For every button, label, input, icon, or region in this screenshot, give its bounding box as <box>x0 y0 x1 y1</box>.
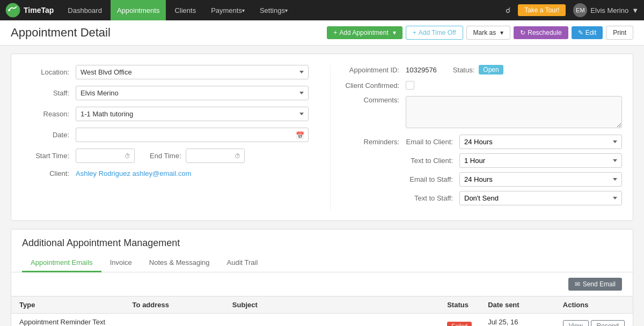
email-table-wrap: Type To address Subject Status Date sent… <box>11 296 633 326</box>
brand-logo[interactable]: TimeTap <box>5 3 54 18</box>
staff-select[interactable]: Elvis Merino <box>76 86 309 100</box>
management-title: Additional Appointment Management <box>22 238 180 249</box>
reminders-title-row: Reminders: Email to Client: 24 Hours <box>341 135 622 149</box>
client-confirmed-label: Client Confirmed: <box>341 82 406 90</box>
tabs-row: Appointment Emails Invoice Notes & Messa… <box>11 254 633 272</box>
col-subject: Subject <box>224 297 439 314</box>
nav-dashboard[interactable]: Dashboard <box>61 0 108 20</box>
client-name-link[interactable]: Ashley Rodriguez <box>76 169 130 177</box>
reschedule-label: Reschedule <box>528 29 561 36</box>
col-to-address: To address <box>125 297 224 314</box>
location-select[interactable]: West Blvd Office <box>76 65 309 79</box>
reschedule-icon: ↻ <box>520 29 525 36</box>
email-to-client-label: Email to Client: <box>406 138 459 146</box>
text-to-staff-row: Text to Staff: Don't Send <box>341 191 622 205</box>
appointment-id-value: 10329576 <box>406 66 437 74</box>
end-time-label: End Time: <box>145 152 186 160</box>
action-buttons: View Resend <box>563 320 625 326</box>
text-to-staff-label: Text to Staff: <box>406 194 459 202</box>
reason-select[interactable]: 1-1 Math tutoring <box>76 107 309 121</box>
svg-point-1 <box>8 9 10 11</box>
start-time-label: Start Time: <box>22 152 76 160</box>
staff-row: Staff: Elvis Merino <box>22 86 309 100</box>
mark-as-button[interactable]: Mark as <box>466 26 511 40</box>
client-confirmed-row: Client Confirmed: <box>341 81 622 90</box>
start-time-icon: ⏱ <box>125 153 130 159</box>
tab-invoice[interactable]: Invoice <box>101 254 141 272</box>
nav-clients[interactable]: Clients <box>168 0 202 20</box>
add-time-off-label: Add Time Off <box>419 29 456 36</box>
client-row: Client: Ashley Rodriguez ashley@email.co… <box>22 169 309 177</box>
page-header: Appointment Detail + Add Appointment + A… <box>0 20 644 46</box>
search-icon[interactable]: ☌ <box>506 6 510 14</box>
text-to-staff-select[interactable]: Don't Send <box>459 191 622 205</box>
send-email-label: Send Email <box>583 280 616 288</box>
appointment-detail-card: Location: West Blvd Office Staff: Elvis … <box>11 54 633 221</box>
email-table: Type To address Subject Status Date sent… <box>11 296 633 326</box>
email-to-staff-label: Email to Staff: <box>406 175 459 183</box>
nav-settings[interactable]: Settings <box>253 0 294 20</box>
col-actions: Actions <box>555 297 633 314</box>
tab-appointment-emails[interactable]: Appointment Emails <box>22 254 101 272</box>
appointment-id-label: Appointment ID: <box>341 66 406 74</box>
resend-button[interactable]: Resend <box>591 320 625 326</box>
management-header: Additional Appointment Management <box>11 229 633 249</box>
comments-label: Comments: <box>341 96 406 104</box>
comments-textarea[interactable] <box>406 96 622 128</box>
date-label: Date: <box>22 131 76 139</box>
cell-to-address <box>125 314 224 327</box>
plus-icon-2: + <box>413 29 416 36</box>
tour-button[interactable]: Take a Tour! <box>518 4 566 16</box>
end-time-icon: ⏱ <box>235 153 240 159</box>
reschedule-button[interactable]: ↻ Reschedule <box>514 26 568 39</box>
col-type: Type <box>11 297 125 314</box>
add-appointment-button[interactable]: + Add Appointment <box>327 26 402 39</box>
svg-point-0 <box>6 3 20 17</box>
date-input[interactable]: 7/25/16 <box>76 128 309 142</box>
management-toolbar: ✉ Send Email <box>11 272 633 296</box>
staff-label: Staff: <box>22 89 76 97</box>
main-content: Location: West Blvd Office Staff: Elvis … <box>0 46 644 326</box>
email-to-staff-select[interactable]: 24 Hours <box>459 172 622 187</box>
left-form: Location: West Blvd Office Staff: Elvis … <box>22 65 314 210</box>
email-to-client-select[interactable]: 24 Hours <box>459 135 622 149</box>
nav-appointments[interactable]: Appointments <box>111 0 166 20</box>
start-time-wrap: 01:00 PM ⏱ <box>76 149 135 163</box>
edit-label: Edit <box>586 29 597 36</box>
location-label: Location: <box>22 68 76 76</box>
status-label: Status: <box>453 66 474 74</box>
nav-payments[interactable]: Payments <box>204 0 251 20</box>
client-confirmed-checkbox[interactable] <box>406 81 414 90</box>
management-card: Additional Appointment Management Appoin… <box>11 229 633 326</box>
brand-name: TimeTap <box>24 6 54 14</box>
edit-button[interactable]: ✎ Edit <box>572 26 603 39</box>
user-menu[interactable]: EM Elvis Merino ▼ <box>573 3 639 17</box>
cell-type: Appointment Reminder Text Messsage <box>11 314 125 327</box>
user-name: Elvis Merino <box>590 6 628 14</box>
user-arrow-icon: ▼ <box>632 6 639 14</box>
print-button[interactable]: Print <box>606 26 633 40</box>
plus-icon: + <box>333 29 337 36</box>
cell-status: Failed <box>439 314 480 327</box>
tab-notes-messaging[interactable]: Notes & Messaging <box>141 254 218 272</box>
reason-label: Reason: <box>22 110 76 118</box>
time-row: Start Time: 01:00 PM ⏱ End Time: 02:15 P… <box>22 149 309 163</box>
reminders-title-label: Reminders: <box>341 138 406 146</box>
add-time-off-button[interactable]: + Add Time Off <box>406 26 463 40</box>
mark-as-label: Mark as <box>473 29 496 36</box>
avatar: EM <box>573 3 587 17</box>
calendar-icon: 📅 <box>296 131 304 139</box>
tab-audit-trail[interactable]: Audit Trail <box>218 254 267 272</box>
right-section: Appointment ID: 10329576 Status: Open Cl… <box>330 65 622 210</box>
client-value: Ashley Rodriguez ashley@email.com <box>76 169 192 177</box>
cell-date-sent: Jul 25, 16 11:45:18 AM <box>480 314 555 327</box>
status-badge: Failed <box>447 322 472 326</box>
date-row: Date: 7/25/16 📅 <box>22 128 309 142</box>
view-button[interactable]: View <box>563 320 589 326</box>
cell-subject <box>224 314 439 327</box>
text-to-client-select[interactable]: 1 Hour <box>459 153 622 168</box>
detail-grid: Location: West Blvd Office Staff: Elvis … <box>22 65 622 210</box>
client-email-link[interactable]: ashley@email.com <box>133 169 192 177</box>
text-to-client-row: Text to Client: 1 Hour <box>341 153 622 168</box>
send-email-button[interactable]: ✉ Send Email <box>568 278 622 291</box>
